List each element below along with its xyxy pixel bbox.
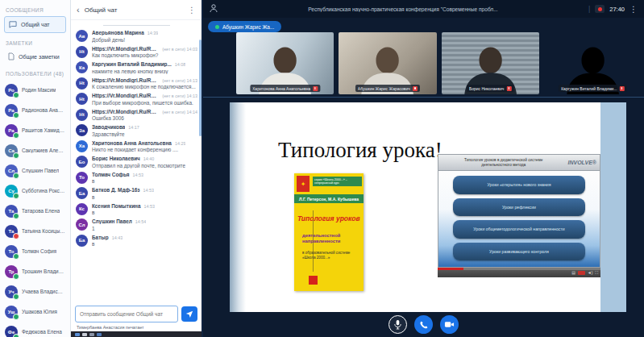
chat-message: Ка Каргужин Виталий Владимир... 14:08 на… (76, 61, 197, 74)
chat-message: Кс Ксения Помыткина 14:53 в (76, 203, 197, 216)
sidebar-item-general-notes[interactable]: Общие заметки (0, 49, 70, 64)
sender-name: Заводчикова (92, 124, 125, 130)
conference-menu-icon[interactable]: ⋮ (629, 5, 638, 14)
user-list-item[interactable]: Тр Трошкин Владимир (0, 261, 70, 281)
user-list-item[interactable]: То Толмач София (0, 241, 70, 261)
camera-button[interactable] (440, 315, 459, 334)
sidebar-item-label: Общий чат (21, 22, 50, 27)
online-dot-icon (215, 25, 219, 29)
status-dot (13, 173, 19, 179)
publisher-logo: ✦ (297, 176, 310, 192)
message-text: К сожалению микрофон не подключается... (92, 84, 197, 89)
sender-name: Батков Д. Мдф-16з (92, 187, 140, 193)
sender-name: Каргужин Виталий Владимир... (92, 61, 172, 67)
user-list-item[interactable]: Уш Ушакова Юлия (0, 302, 70, 322)
taskbar-app-icon[interactable] (75, 333, 80, 336)
user-list-item[interactable]: Ра Рашитов Хамиджон (0, 120, 70, 140)
user-list-item[interactable]: Са Сакулжиев Алексей (0, 140, 70, 160)
status-dot (13, 132, 19, 139)
player-menu-icon[interactable]: ▤ (571, 271, 575, 275)
call-button[interactable] (414, 315, 433, 334)
conference-title: Республиканская научно-практическая конф… (222, 6, 584, 12)
conference-area: Республиканская научно-практическая конф… (203, 0, 644, 337)
message-input[interactable] (75, 306, 178, 322)
user-name: Татарова Елена (22, 208, 60, 214)
avatar: Сл (5, 164, 18, 177)
recording-icon (595, 5, 605, 13)
embedded-video-slide[interactable]: Типология уроков в дидактической системе… (438, 154, 600, 268)
sidebar-item-general-chat[interactable]: Общий чат (4, 16, 66, 33)
sidebar: СООБЩЕНИЯ Общий чат ЗАМЕТКИ Общие заметк… (0, 0, 71, 337)
user-list-item[interactable]: Су Субботина Роксана (0, 181, 70, 201)
send-icon (185, 308, 193, 320)
taskbar-app-icon[interactable] (97, 333, 102, 336)
avatar: Бо (76, 156, 88, 168)
book-red-mark (309, 276, 318, 285)
sender-name: Https://Vr.Mondigri.Ru/Ru/S/V... (92, 46, 159, 52)
sender-name: Слушкин Павел (92, 218, 132, 224)
user-list-item[interactable]: Та Татьяна Косицына (0, 221, 70, 241)
slide-left-edge (230, 102, 246, 312)
message-time: 14:43 (112, 235, 123, 240)
youtube-logo-icon[interactable] (578, 271, 585, 275)
user-list-item[interactable]: Уч Учаева Владислава (0, 281, 70, 302)
user-list-item[interactable]: Ро Родин Максим (0, 80, 70, 100)
embed-header-line2: деятельностного метода (442, 163, 566, 168)
avatar: Ба (76, 235, 88, 247)
user-list-item[interactable]: Та Татарова Елена (0, 201, 70, 221)
avatar: Кс (76, 203, 88, 215)
message-list[interactable]: Ав Аверьянова Марина 14:39 Добрый день! … (71, 20, 202, 303)
call-controls (203, 312, 644, 337)
user-list-item[interactable]: Сл Слушкин Павел (0, 160, 70, 181)
mic-muted-icon (620, 86, 625, 91)
chat-bubble-icon (9, 21, 17, 28)
participant-name-label: Абушкин Жарис Жарасович (355, 85, 420, 92)
profile-icon[interactable] (210, 2, 218, 16)
sender-name: Аверьянова Марина (92, 30, 144, 35)
participant-video-tile[interactable]: Каргужин Виталий Владими... (544, 32, 642, 94)
active-speaker-badge[interactable]: Абушкин Жарис Жа... (208, 21, 281, 32)
os-taskbar[interactable] (71, 331, 202, 337)
participant-name: Борис Николаевич (469, 86, 504, 91)
chat-message: То Толмач Софья 14:53 в (76, 172, 197, 185)
messages-section-label: СООБЩЕНИЯ (6, 7, 64, 13)
user-name: Слушкин Павел (22, 168, 59, 173)
video-player-bar[interactable]: ▤ ◄) ⛶ (438, 268, 600, 277)
participant-video-tile[interactable]: Харитонова Анна Анатольевна (236, 32, 334, 94)
message-time: 14:17 (128, 125, 139, 130)
message-text: в (92, 194, 154, 200)
status-dot (13, 92, 19, 98)
taskbar-app-icon[interactable] (89, 333, 94, 336)
sender-name: Толмач Софья (92, 172, 130, 177)
message-text: Как подключить микрофон? (92, 52, 197, 58)
user-name: Субботина Роксана (22, 188, 65, 193)
participant-video-tile[interactable]: Борис Николаевич (442, 32, 539, 94)
microphone-button[interactable] (388, 315, 407, 334)
chat-message: Ht Https://Vr.Mondigri.Ru/Ru/S/V... (нет… (76, 46, 197, 59)
sender-name: Харитонова Анна Анатольевна (92, 140, 172, 146)
user-list-item[interactable]: Ра Радионова Анаста... (0, 100, 70, 120)
volume-icon[interactable]: ◄) (588, 271, 593, 275)
message-text: Здравствуйте (92, 131, 139, 137)
chat-panel: ‹ Общий чат ⋮ Ав Аверьянова Марина 14:39 (71, 0, 203, 337)
lesson-type-banner: Уроки общеметодологической направленност… (453, 220, 585, 239)
chat-scrollbar[interactable] (199, 40, 202, 136)
avatar: Ht (76, 46, 88, 58)
status-dot (13, 152, 19, 159)
message-time: 14:53 (133, 173, 144, 177)
taskbar-app-icon[interactable] (82, 333, 87, 336)
user-name: Татьяна Косицына (22, 228, 65, 234)
back-icon[interactable]: ‹ (77, 6, 80, 15)
chat-menu-icon[interactable]: ⋮ (188, 6, 196, 15)
avatar: Тр (5, 265, 18, 278)
participant-video-tile[interactable]: Абушкин Жарис Жарасович (339, 32, 436, 94)
message-text: нажмите на левую кнопку внизу (92, 69, 185, 74)
user-name: Ушакова Юлия (22, 309, 57, 314)
fullscreen-icon[interactable]: ⛶ (595, 271, 598, 275)
chat-message: Ав Аверьянова Марина 14:39 Добрый день! (76, 30, 197, 43)
message-time: 14:54 (135, 219, 147, 224)
slide-title: Типология урока! (278, 138, 442, 163)
send-button[interactable] (181, 306, 197, 322)
message-text: в (92, 241, 123, 247)
user-list-item[interactable]: Фе Федюкова Елена (0, 322, 70, 337)
